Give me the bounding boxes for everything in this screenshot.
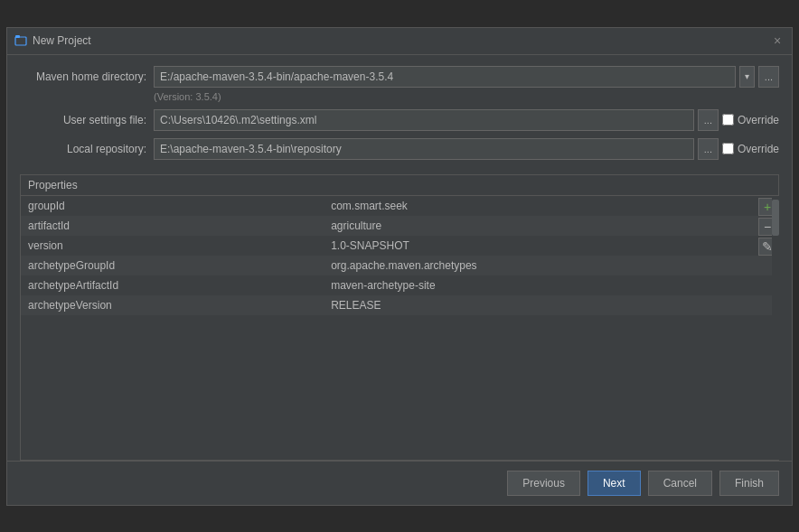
property-value: RELEASE bbox=[324, 295, 778, 315]
title-bar-left: New Project bbox=[14, 34, 91, 47]
user-settings-input[interactable] bbox=[154, 109, 694, 131]
user-settings-override-group: Override bbox=[722, 114, 779, 126]
previous-button[interactable]: Previous bbox=[507, 471, 580, 496]
next-button[interactable]: Next bbox=[588, 471, 641, 496]
table-row[interactable]: archetypeVersionRELEASE bbox=[21, 295, 778, 315]
properties-wrapper: groupIdcom.smart.seekartifactIdagricultu… bbox=[21, 196, 778, 460]
table-row[interactable]: archetypeArtifactIdmaven-archetype-site bbox=[21, 275, 778, 295]
close-button[interactable]: × bbox=[770, 33, 785, 48]
user-settings-override-checkbox[interactable] bbox=[722, 114, 734, 126]
maven-home-row: Maven home directory: ▾ ... bbox=[20, 66, 779, 88]
dialog-title: New Project bbox=[33, 34, 91, 47]
property-key: archetypeArtifactId bbox=[21, 275, 324, 295]
user-settings-input-group: ... Override bbox=[154, 109, 779, 131]
user-settings-browse-button[interactable]: ... bbox=[698, 109, 719, 131]
property-value: maven-archetype-site bbox=[324, 275, 778, 295]
property-value: org.apache.maven.archetypes bbox=[324, 256, 778, 275]
maven-home-label: Maven home directory: bbox=[20, 70, 146, 83]
property-key: archetypeGroupId bbox=[21, 256, 324, 275]
local-repo-browse-button[interactable]: ... bbox=[698, 138, 719, 160]
cancel-button[interactable]: Cancel bbox=[648, 471, 712, 496]
finish-button[interactable]: Finish bbox=[719, 471, 779, 496]
maven-home-dropdown-button[interactable]: ▾ bbox=[739, 66, 755, 88]
user-settings-override-label: Override bbox=[738, 114, 779, 126]
property-key: artifactId bbox=[21, 216, 324, 236]
project-icon bbox=[14, 34, 27, 47]
maven-home-input-group: ▾ ... bbox=[154, 66, 779, 88]
properties-empty-area bbox=[21, 315, 778, 460]
table-row[interactable]: archetypeGroupIdorg.apache.maven.archety… bbox=[21, 256, 778, 275]
local-repo-input[interactable] bbox=[154, 138, 694, 160]
properties-outer: Properties groupIdcom.smart.seekartifact… bbox=[20, 171, 779, 461]
property-key: version bbox=[21, 236, 324, 256]
local-repo-override-checkbox[interactable] bbox=[722, 143, 734, 154]
properties-section: Properties groupIdcom.smart.seekartifact… bbox=[20, 174, 779, 461]
properties-scrollbar-thumb bbox=[772, 200, 779, 236]
table-row[interactable]: version1.0-SNAPSHOT bbox=[21, 236, 778, 256]
local-repo-row: Local repository: ... Override bbox=[20, 138, 779, 160]
maven-home-browse-button[interactable]: ... bbox=[758, 66, 779, 88]
dialog-content: Maven home directory: ▾ ... (Version: 3.… bbox=[7, 55, 792, 171]
property-value: com.smart.seek bbox=[324, 196, 778, 216]
properties-header: Properties bbox=[21, 175, 778, 196]
table-row[interactable]: artifactIdagriculture bbox=[21, 216, 778, 236]
properties-table: groupIdcom.smart.seekartifactIdagricultu… bbox=[21, 196, 778, 315]
svg-rect-1 bbox=[15, 35, 20, 38]
maven-version-text: (Version: 3.5.4) bbox=[154, 91, 779, 102]
local-repo-override-label: Override bbox=[738, 143, 779, 155]
title-bar: New Project × bbox=[7, 28, 792, 55]
property-key: groupId bbox=[21, 196, 324, 216]
user-settings-row: User settings file: ... Override bbox=[20, 109, 779, 131]
property-value: 1.0-SNAPSHOT bbox=[324, 236, 778, 256]
local-repo-override-group: Override bbox=[722, 143, 779, 155]
property-key: archetypeVersion bbox=[21, 295, 324, 315]
local-repo-label: Local repository: bbox=[20, 143, 146, 155]
svg-rect-0 bbox=[15, 37, 26, 45]
properties-title: Properties bbox=[28, 179, 78, 191]
dialog-footer: Previous Next Cancel Finish bbox=[7, 461, 792, 505]
local-repo-input-group: ... Override bbox=[154, 138, 779, 160]
property-value: agriculture bbox=[324, 216, 778, 236]
maven-home-input[interactable] bbox=[154, 66, 736, 88]
new-project-dialog: New Project × Maven home directory: ▾ ..… bbox=[6, 27, 793, 506]
properties-scrollbar[interactable] bbox=[772, 196, 779, 460]
user-settings-label: User settings file: bbox=[20, 114, 146, 126]
table-row[interactable]: groupIdcom.smart.seek bbox=[21, 196, 778, 216]
